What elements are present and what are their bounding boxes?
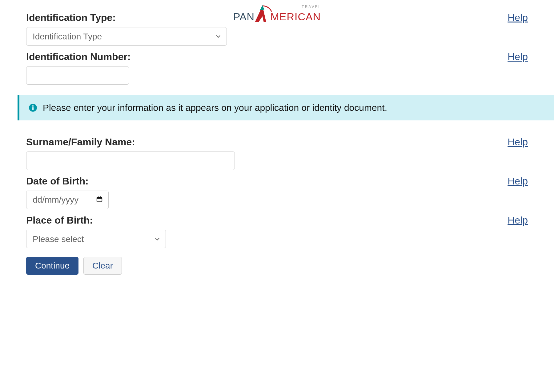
pob-select[interactable]: Please select	[26, 230, 166, 248]
id-number-help-link[interactable]: Help	[508, 51, 528, 63]
page-container: PAN MERICAN TRAVEL Identification Type: …	[0, 0, 554, 287]
info-banner: Please enter your information as it appe…	[18, 95, 554, 120]
info-icon	[29, 103, 37, 112]
logo-text-right: MERICAN	[271, 11, 321, 22]
calendar-icon[interactable]	[96, 196, 103, 204]
pob-label: Place of Birth:	[26, 215, 93, 226]
logo-tagline: TRAVEL	[302, 5, 321, 9]
logo-text-left: PAN	[233, 11, 255, 22]
surname-input[interactable]	[26, 152, 235, 170]
id-type-help-link[interactable]: Help	[508, 12, 528, 23]
surname-label: Surname/Family Name:	[26, 136, 135, 148]
svg-rect-2	[32, 107, 34, 110]
svg-rect-5	[98, 196, 98, 198]
logo-a-icon	[253, 4, 272, 22]
id-type-label: Identification Type:	[26, 12, 116, 23]
svg-point-1	[32, 105, 34, 107]
surname-help-link[interactable]: Help	[508, 136, 528, 148]
info-text: Please enter your information as it appe…	[43, 103, 387, 113]
dob-label: Date of Birth:	[26, 176, 89, 187]
dob-help-link[interactable]: Help	[508, 176, 528, 187]
id-number-input[interactable]	[26, 66, 129, 85]
svg-rect-6	[100, 196, 101, 198]
id-number-label: Identification Number:	[26, 51, 131, 63]
pob-help-link[interactable]: Help	[508, 215, 528, 226]
brand-logo: PAN MERICAN TRAVEL	[233, 4, 321, 22]
dob-placeholder: dd/mm/yyyy	[33, 195, 90, 205]
dob-input[interactable]: dd/mm/yyyy	[26, 191, 109, 209]
svg-rect-4	[97, 197, 102, 199]
id-type-select[interactable]: Identification Type	[26, 27, 227, 46]
continue-button[interactable]: Continue	[26, 257, 78, 275]
clear-button[interactable]: Clear	[83, 257, 122, 275]
